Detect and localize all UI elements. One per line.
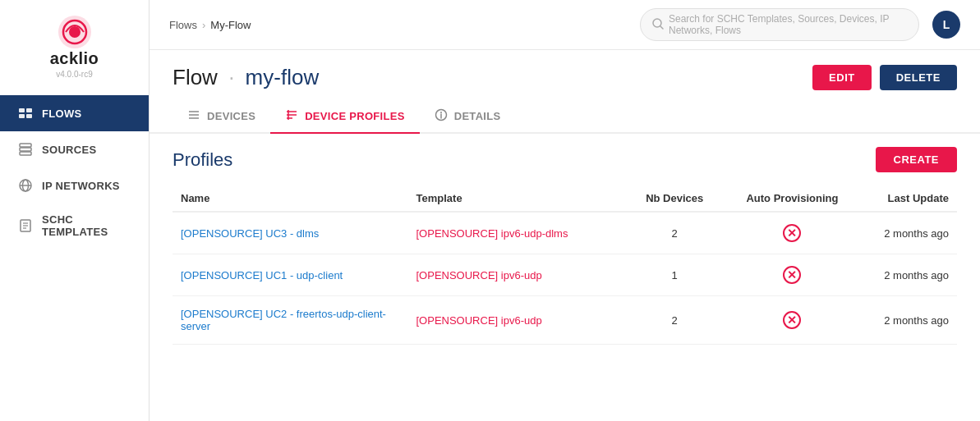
logo-version: v4.0.0-rc9 (56, 70, 92, 79)
row3-name[interactable]: [OPENSOURCE] UC2 - freertos-udp-client-s… (181, 308, 386, 332)
row2-last-update: 2 months ago (863, 254, 957, 296)
sidebar-item-flows[interactable]: FLOWS (0, 95, 149, 131)
col-header-nb-devices: Nb Devices (628, 185, 722, 212)
search-bar[interactable]: Search for SCHC Templates, Sources, Devi… (640, 8, 919, 41)
content-area: Profiles CREATE Name Template Nb Devices… (150, 134, 980, 421)
page-title: Flow · my-flow (173, 65, 319, 90)
devices-tab-icon (187, 108, 200, 124)
details-tab-icon (435, 108, 448, 124)
row3-template[interactable]: [OPENSOURCE] ipv6-udp (416, 314, 542, 327)
table-row: [OPENSOURCE] UC2 - freertos-udp-client-s… (173, 296, 957, 345)
user-avatar[interactable]: L (932, 11, 960, 39)
sidebar-item-schc-templates-label: SCHC TEMPLATES (42, 213, 134, 238)
svg-rect-8 (20, 148, 31, 151)
col-header-last-update: Last Update (863, 185, 957, 212)
device-profiles-tab-icon (285, 108, 298, 124)
logo-text: acklio (50, 49, 99, 68)
row3-nb-devices: 2 (628, 296, 722, 345)
logo-area: acklio v4.0.0-rc9 (0, 0, 149, 87)
flows-icon (17, 105, 34, 121)
row1-name[interactable]: [OPENSOURCE] UC3 - dlms (181, 227, 319, 240)
sidebar: acklio v4.0.0-rc9 FLOWS (0, 0, 150, 421)
tab-device-profiles[interactable]: DEVICE PROFILES (270, 100, 420, 134)
breadcrumb-current: My-Flow (210, 19, 251, 31)
profiles-table: Name Template Nb Devices Auto Provisioni… (173, 185, 957, 345)
row1-nb-devices: 2 (628, 212, 722, 254)
auto-prov-no-icon: ✕ (783, 266, 801, 284)
section-header: Profiles CREATE (173, 147, 957, 172)
row3-last-update: 2 months ago (863, 296, 957, 345)
edit-button[interactable]: EDIT (812, 65, 872, 90)
breadcrumb-separator: › (202, 19, 205, 31)
svg-rect-7 (20, 144, 31, 147)
svg-rect-9 (20, 152, 31, 155)
svg-rect-3 (19, 108, 25, 112)
sidebar-item-sources[interactable]: SOURCES (0, 131, 149, 167)
header-actions: EDIT DELETE (812, 65, 957, 90)
breadcrumb: Flows › My-Flow (169, 19, 627, 31)
tab-devices[interactable]: DEVICES (173, 100, 270, 134)
tabs: DEVICES DEVICE PROFILES DET (150, 100, 980, 134)
table-row: [OPENSOURCE] UC1 - udp-client [OPENSOURC… (173, 254, 957, 296)
sources-icon (17, 141, 34, 158)
svg-rect-6 (26, 114, 32, 118)
row2-auto-prov: ✕ (721, 254, 863, 296)
tab-details[interactable]: DETAILS (420, 100, 516, 134)
sidebar-item-sources-label: SOURCES (42, 144, 96, 156)
sidebar-item-ip-networks-label: IP NETWORKS (42, 180, 120, 192)
row1-last-update: 2 months ago (863, 212, 957, 254)
row1-auto-prov: ✕ (721, 212, 863, 254)
col-header-auto-provisioning: Auto Provisioning (721, 185, 863, 212)
sidebar-item-flows-label: FLOWS (42, 108, 81, 120)
row2-name[interactable]: [OPENSOURCE] UC1 - udp-client (181, 269, 343, 281)
row2-nb-devices: 1 (628, 254, 722, 296)
row3-auto-prov: ✕ (721, 296, 863, 345)
schc-templates-icon (17, 217, 34, 234)
col-header-name: Name (173, 185, 408, 212)
logo-icon (58, 15, 92, 49)
breadcrumb-parent[interactable]: Flows (169, 19, 197, 31)
search-icon (652, 18, 664, 32)
tab-devices-label: DEVICES (207, 110, 255, 122)
svg-rect-4 (26, 108, 32, 112)
search-placeholder-text: Search for SCHC Templates, Sources, Devi… (669, 13, 907, 36)
create-button[interactable]: CREATE (876, 147, 957, 172)
sidebar-item-schc-templates[interactable]: SCHC TEMPLATES (0, 204, 149, 248)
section-title: Profiles (173, 149, 232, 171)
sidebar-item-ip-networks[interactable]: IP NETWORKS (0, 167, 149, 204)
delete-button[interactable]: DELETE (880, 65, 957, 90)
table-row: [OPENSOURCE] UC3 - dlms [OPENSOURCE] ipv… (173, 212, 957, 254)
svg-point-28 (440, 112, 442, 113)
row1-template[interactable]: [OPENSOURCE] ipv6-udp-dlms (416, 227, 568, 240)
ip-networks-icon (17, 177, 34, 194)
main-content: Flows › My-Flow Search for SCHC Template… (150, 0, 980, 421)
svg-line-18 (660, 26, 663, 29)
topbar: Flows › My-Flow Search for SCHC Template… (150, 0, 980, 50)
auto-prov-no-icon: ✕ (783, 224, 801, 242)
sidebar-nav: FLOWS SOURCES IP NETWORKS (0, 95, 149, 248)
svg-point-2 (69, 26, 81, 38)
row2-template[interactable]: [OPENSOURCE] ipv6-udp (416, 269, 542, 281)
tab-device-profiles-label: DEVICE PROFILES (305, 110, 405, 122)
page-header: Flow · my-flow EDIT DELETE (150, 50, 980, 100)
auto-prov-no-icon: ✕ (783, 311, 801, 329)
svg-rect-5 (19, 114, 25, 118)
col-header-template: Template (408, 185, 628, 212)
tab-details-label: DETAILS (454, 110, 501, 122)
